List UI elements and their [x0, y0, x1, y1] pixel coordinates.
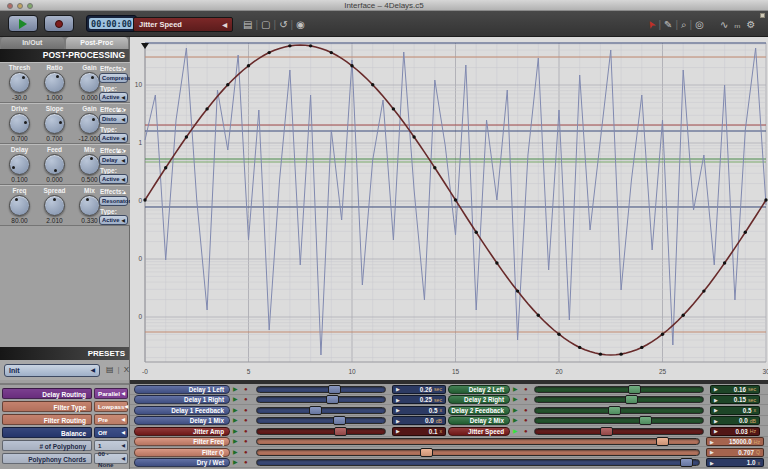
knob-mix[interactable] — [79, 195, 100, 216]
pencil-tool-icon[interactable]: ✎ — [661, 17, 675, 32]
effect-dropdown[interactable]: Resonators◀ — [99, 196, 128, 206]
knob-ratio[interactable] — [44, 72, 65, 93]
slider-handle[interactable] — [334, 427, 347, 436]
scope-wave-icon[interactable]: ∿ — [717, 17, 731, 32]
effect-scroll-arrows-icon[interactable]: ▼ — [122, 66, 128, 72]
effect-dropdown[interactable]: Delay◀ — [99, 155, 128, 165]
mixer-value-display[interactable]: ▶0.5x — [710, 406, 760, 415]
routing-label-filter-type[interactable]: Filter Type — [2, 401, 92, 412]
corner-widget[interactable] — [760, 13, 765, 18]
mixer-label-delay-2-left[interactable]: Delay 2 Left — [448, 385, 510, 394]
mixer-label-delay-2-feedback[interactable]: Delay 2 Feedback — [448, 406, 510, 415]
automation-play-led[interactable]: ▶ — [513, 417, 518, 424]
automation-play-led[interactable]: ▶ — [233, 438, 238, 445]
preset-dropdown[interactable]: Init ◀ — [4, 364, 100, 377]
tab-in-out[interactable]: In/Out — [1, 37, 64, 49]
mixer-slider[interactable] — [256, 438, 700, 445]
effect-dropdown[interactable]: Compress◀ — [99, 73, 128, 83]
mixer-label-filter-freq[interactable]: Filter Freq — [134, 437, 230, 446]
routing-value-dropdown[interactable]: Lowpass◀ — [94, 401, 128, 412]
mixer-slider[interactable] — [256, 449, 700, 456]
automation-play-led[interactable]: ▶ — [233, 386, 238, 393]
eye-icon[interactable]: ◉ — [293, 17, 308, 32]
mixer-slider[interactable] — [256, 407, 386, 414]
mixer-value-display[interactable]: ▶0.0dB — [710, 416, 760, 425]
automation-record-led[interactable]: ● — [244, 438, 248, 445]
mixer-value-display[interactable]: ▶0.26sec — [392, 385, 446, 394]
knob-gain[interactable] — [79, 72, 100, 93]
automation-record-led[interactable]: ● — [244, 417, 248, 424]
slider-handle[interactable] — [600, 427, 613, 436]
knob-thresh[interactable] — [9, 72, 30, 93]
scope-signal-icon[interactable]: ₘ — [731, 17, 743, 32]
knob-drive[interactable] — [9, 113, 30, 134]
effect-scroll-arrows-icon[interactable]: ▲▼ — [116, 148, 128, 154]
routing-value-dropdown[interactable]: Parallel◀ — [94, 388, 128, 399]
knob-spread[interactable] — [44, 195, 65, 216]
slider-handle[interactable] — [333, 416, 346, 425]
folder-icon[interactable]: ▢ — [258, 17, 273, 32]
mixer-slider[interactable] — [256, 396, 386, 403]
slider-handle[interactable] — [608, 406, 621, 415]
automation-record-led[interactable]: ● — [244, 396, 248, 403]
automation-record-led[interactable]: ● — [524, 386, 528, 393]
scope-canvas[interactable]: 101000-051015202530 — [130, 37, 768, 380]
mixer-slider[interactable] — [256, 428, 386, 435]
automation-record-led[interactable]: ● — [244, 449, 248, 456]
mixer-value-display[interactable]: ▶0.25sec — [392, 395, 446, 404]
mixer-slider[interactable] — [534, 407, 704, 414]
routing-label-delay-routing[interactable]: Delay Routing — [2, 388, 92, 399]
mixer-value-display[interactable]: ▶0.5x — [392, 406, 446, 415]
mixer-slider[interactable] — [534, 428, 704, 435]
slider-handle[interactable] — [680, 458, 693, 467]
slider-handle[interactable] — [326, 395, 339, 404]
settings-gear-icon[interactable]: ⚙ — [744, 17, 759, 32]
effect-scroll-arrows-icon[interactable]: ▲ — [122, 189, 128, 195]
pan-tool-icon[interactable]: ◎ — [692, 17, 707, 32]
automation-record-led[interactable]: ● — [244, 459, 248, 466]
play-button[interactable] — [8, 15, 38, 32]
zoom-tool-icon[interactable]: ⌕ — [678, 17, 690, 32]
slider-handle[interactable] — [328, 385, 341, 394]
knob-delay[interactable] — [9, 154, 30, 175]
automation-play-led[interactable]: ▶ — [233, 459, 238, 466]
automation-record-led[interactable]: ● — [244, 386, 248, 393]
automation-record-led[interactable]: ● — [524, 428, 528, 435]
mixer-slider[interactable] — [256, 386, 386, 393]
mixer-value-display[interactable]: ▶0.16sec — [710, 385, 760, 394]
slider-handle[interactable] — [309, 406, 322, 415]
slider-handle[interactable] — [656, 437, 669, 446]
tab-post-proc[interactable]: Post-Proc — [66, 37, 129, 49]
slider-handle[interactable] — [639, 416, 652, 425]
mixer-label-delay-1-mix[interactable]: Delay 1 Mix — [134, 416, 230, 425]
type-dropdown[interactable]: Active◀ — [99, 92, 128, 102]
save-preset-icon[interactable]: ▤ — [104, 365, 116, 374]
save-icon[interactable]: ▤ — [240, 17, 255, 32]
effect-scroll-arrows-icon[interactable]: ▲▼ — [116, 107, 128, 113]
automation-play-led[interactable]: ▶ — [233, 428, 238, 435]
automation-record-led[interactable]: ● — [244, 407, 248, 414]
mixer-value-display[interactable]: ▶15000.0Hz — [706, 437, 764, 446]
mixer-label-delay-2-right[interactable]: Delay 2 Right — [448, 395, 510, 404]
mixer-label-jitter-speed[interactable]: Jitter Speed — [448, 427, 510, 436]
mixer-value-display[interactable]: ▶1.0x — [706, 458, 764, 467]
mixer-label-dry-wet[interactable]: Dry / Wet — [134, 458, 230, 467]
routing-value-dropdown[interactable]: Pre◀ — [94, 414, 128, 425]
record-button[interactable] — [44, 15, 74, 32]
mixer-value-display[interactable]: ▶0.0dB — [392, 416, 446, 425]
knob-freq[interactable] — [9, 195, 30, 216]
automation-play-led[interactable]: ▶ — [233, 417, 238, 424]
mixer-value-display[interactable]: ▶0.03Hz — [710, 427, 760, 436]
routing-label-balance[interactable]: Balance — [2, 427, 92, 438]
routing-label-polyphony-chords[interactable]: Polyphony Chords — [2, 453, 92, 464]
mixer-value-display[interactable]: ▶0.707Q — [706, 448, 764, 457]
effect-dropdown[interactable]: Disto◀ — [99, 114, 128, 124]
mixer-slider[interactable] — [534, 417, 704, 424]
param-selector-dropdown[interactable]: Jitter Speed ◀ — [133, 17, 233, 32]
automation-play-led[interactable]: ▶ — [233, 396, 238, 403]
undo-icon[interactable]: ↺ — [276, 17, 290, 32]
automation-play-led[interactable]: ▶ — [513, 428, 518, 435]
slider-handle[interactable] — [625, 395, 638, 404]
knob-gain[interactable] — [79, 113, 100, 134]
slider-handle[interactable] — [628, 385, 641, 394]
